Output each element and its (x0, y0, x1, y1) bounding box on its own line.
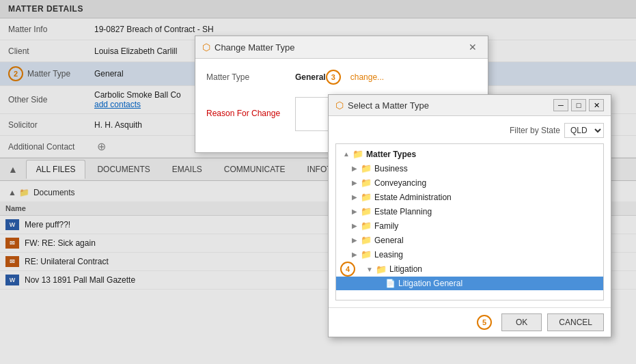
cancel-button[interactable]: CANCEL (547, 313, 604, 331)
tree-estate-planning-folder-icon: 📁 (361, 206, 372, 216)
tree-litigation-row: 4 ▼ 📁 Litigation (336, 262, 603, 277)
tree-item-general[interactable]: ▶ 📁 General (336, 233, 603, 247)
tree-item-estate-admin[interactable]: ▶ 📁 Estate Administration (336, 190, 603, 204)
step-4-badge: 4 (340, 262, 355, 277)
tree-root-folder-icon: 📁 (352, 149, 363, 159)
tree-item-family[interactable]: ▶ 📁 Family (336, 219, 603, 233)
step-5-badge: 5 (477, 315, 492, 330)
change-link[interactable]: change... (350, 72, 384, 82)
tree-family-toggle: ▶ (350, 221, 359, 231)
dialog-logo-icon: ⬡ (202, 42, 210, 53)
tree-general-folder-icon: 📁 (361, 235, 372, 245)
filter-state-select[interactable]: QLD NSW VIC SA WA TAS NT ACT (564, 123, 604, 138)
tree-leasing-label: Leasing (374, 250, 403, 260)
tree-leasing-toggle: ▶ (350, 250, 359, 260)
tree-item-conveyancing[interactable]: ▶ 📁 Conveyancing (336, 176, 603, 190)
select-matter-body: Filter by State QLD NSW VIC SA WA TAS NT… (329, 116, 611, 307)
tree-conveyancing-folder-icon: 📁 (361, 178, 372, 188)
tree-item-business[interactable]: ▶ 📁 Business (336, 161, 603, 176)
select-dialog-logo-icon: ⬡ (335, 100, 344, 111)
tree-business-label: Business (374, 164, 408, 173)
tree-estate-admin-toggle: ▶ (350, 193, 359, 202)
ok-button[interactable]: OK (501, 313, 542, 331)
select-matter-dialog: ⬡ Select a Matter Type ─ □ ✕ Filter by S… (328, 94, 611, 337)
tree-item-litigation-general[interactable]: 📄 Litigation General (336, 277, 603, 290)
tree-family-label: Family (374, 221, 398, 231)
tree-general-toggle: ▶ (350, 236, 359, 245)
tree-general-label: General (374, 236, 404, 245)
tree-litigation-label: Litigation (389, 264, 422, 274)
maximize-button[interactable]: □ (571, 99, 586, 111)
tree-family-folder-icon: 📁 (361, 221, 372, 231)
main-panel: MATTER DETAILS Matter Info 19-0827 Breac… (0, 0, 636, 364)
tree-litigation-folder-icon: 📁 (376, 264, 387, 275)
tree-conveyancing-toggle: ▶ (350, 178, 359, 188)
filter-row: Filter by State QLD NSW VIC SA WA TAS NT… (335, 123, 604, 138)
select-matter-title: ⬡ Select a Matter Type (335, 100, 429, 111)
close-button[interactable]: ✕ (589, 99, 604, 111)
tree-business-folder-icon: 📁 (361, 163, 372, 173)
step-3-badge: 3 (326, 70, 341, 85)
tree-conveyancing-label: Conveyancing (374, 178, 426, 188)
tree-litigation-general-toggle (374, 279, 384, 288)
change-matter-close-button[interactable]: ✕ (465, 40, 481, 54)
tree-item-estate-planning[interactable]: ▶ 📁 Estate Planning (336, 204, 603, 219)
change-matter-titlebar: ⬡ Change Matter Type ✕ (195, 36, 488, 59)
tree-doc-icon: 📄 (385, 279, 396, 288)
tree-estate-planning-toggle: ▶ (350, 207, 359, 216)
change-matter-title: ⬡ Change Matter Type (202, 42, 295, 53)
tree-litigation-general-label: Litigation General (398, 279, 462, 288)
tree-root[interactable]: ▲ 📁 Matter Types (336, 147, 603, 161)
change-matter-type-value: General 3 change... (295, 70, 384, 85)
filter-label: Filter by State (510, 126, 560, 135)
tree-estate-admin-label: Estate Administration (374, 193, 452, 202)
reason-label: Reason For Change (206, 109, 295, 118)
change-matter-type-label: Matter Type (206, 72, 295, 82)
tree-item-leasing[interactable]: ▶ 📁 Leasing (336, 247, 603, 262)
matter-type-field-row: Matter Type General 3 change... (206, 70, 477, 85)
tree-estate-planning-label: Estate Planning (374, 207, 432, 216)
minimize-button[interactable]: ─ (553, 99, 568, 111)
tree-leasing-folder-icon: 📁 (361, 249, 372, 260)
window-controls: ─ □ ✕ (553, 99, 604, 111)
matter-type-tree: ▲ 📁 Matter Types ▶ 📁 Business ▶ 📁 Convey… (335, 143, 604, 300)
tree-item-litigation[interactable]: ▼ 📁 Litigation (359, 262, 603, 277)
select-matter-titlebar: ⬡ Select a Matter Type ─ □ ✕ (329, 95, 611, 116)
tree-root-toggle: ▲ (342, 150, 351, 159)
tree-root-label: Matter Types (366, 150, 416, 159)
select-matter-footer: 5 OK CANCEL (329, 307, 611, 337)
tree-estate-admin-folder-icon: 📁 (361, 192, 372, 202)
tree-business-toggle: ▶ (350, 164, 359, 173)
tree-litigation-toggle: ▼ (365, 264, 374, 274)
